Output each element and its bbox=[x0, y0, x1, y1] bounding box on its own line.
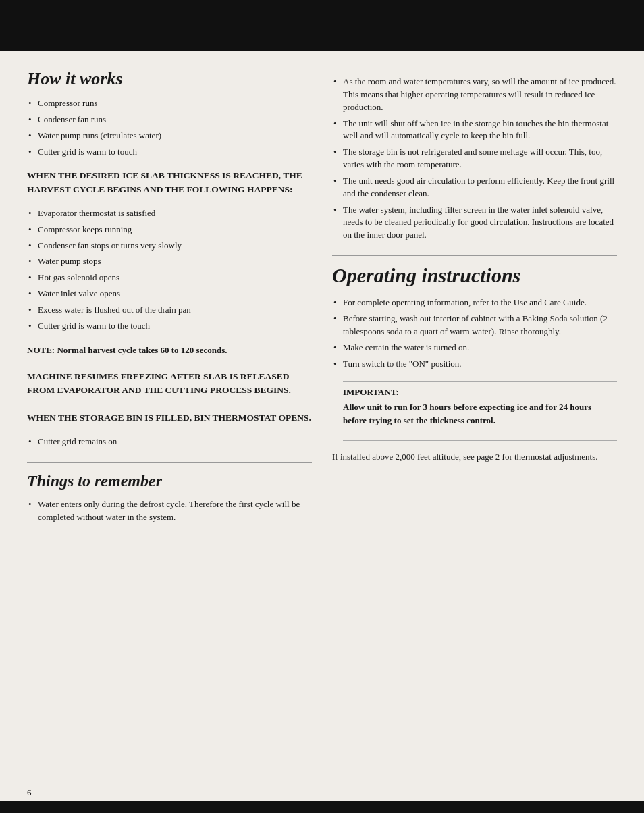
list-item: Cutter grid remains on bbox=[27, 436, 312, 448]
list-item: Excess water is flushed out of the drain… bbox=[27, 304, 312, 317]
content-area: How it works Compressor runs Condenser f… bbox=[0, 55, 644, 560]
important-box: IMPORTANT: Allow unit to run for 3 hours… bbox=[343, 381, 617, 441]
list-item: Water inlet valve opens bbox=[27, 288, 312, 300]
how-it-works-title: How it works bbox=[27, 69, 312, 89]
right-column: As the room and water temperatures vary,… bbox=[332, 69, 617, 533]
harvest-heading: WHEN THE DESIRED ICE SLAB THICKNESS IS R… bbox=[27, 169, 312, 196]
list-item: Evaporator thermostat is satisfied bbox=[27, 207, 312, 220]
bin-filled-heading: WHEN THE STORAGE BIN IS FILLED, BIN THER… bbox=[27, 411, 312, 425]
list-item: Water pump stops bbox=[27, 255, 312, 268]
list-item: Water enters only during the defrost cyc… bbox=[27, 498, 312, 524]
operating-title: Operating instructions bbox=[332, 264, 617, 287]
important-label: IMPORTANT: bbox=[343, 387, 617, 398]
harvest-list: Evaporator thermostat is satisfied Compr… bbox=[27, 207, 312, 333]
important-text: Allow unit to run for 3 hours before exp… bbox=[343, 400, 617, 427]
op-list: For complete operating information, refe… bbox=[332, 296, 617, 370]
right-divider bbox=[332, 255, 617, 256]
list-item: The storage bin is not refrigerated and … bbox=[332, 146, 617, 172]
list-item: Condenser fan runs bbox=[27, 113, 312, 126]
list-item: Turn switch to the "ON" position. bbox=[332, 358, 617, 371]
list-item: For complete operating information, refe… bbox=[332, 296, 617, 309]
list-item: The water system, including filter scree… bbox=[332, 204, 617, 242]
list-item: The unit needs good air circulation to p… bbox=[332, 175, 617, 201]
divider bbox=[27, 462, 312, 463]
list-item: The unit will shut off when ice in the s… bbox=[332, 117, 617, 143]
list-item: Cutter grid is warm to the touch bbox=[27, 320, 312, 333]
things-list: Water enters only during the defrost cyc… bbox=[27, 498, 312, 524]
left-column: How it works Compressor runs Condenser f… bbox=[27, 69, 312, 533]
page-number: 6 bbox=[27, 787, 32, 798]
note-text: NOTE: Normal harvest cycle takes 60 to 1… bbox=[27, 344, 312, 357]
bottom-bar bbox=[0, 801, 644, 813]
list-item: Water pump runs (circulates water) bbox=[27, 130, 312, 142]
resume-heading: MACHINE RESUMES FREEZING AFTER SLAB IS R… bbox=[27, 370, 312, 398]
list-item: As the room and water temperatures vary,… bbox=[332, 76, 617, 114]
list-item: Compressor keeps running bbox=[27, 224, 312, 236]
top-bar bbox=[0, 0, 644, 51]
list-item: Compressor runs bbox=[27, 97, 312, 110]
bin-filled-list: Cutter grid remains on bbox=[27, 436, 312, 448]
intro-list: Compressor runs Condenser fan runs Water… bbox=[27, 97, 312, 158]
list-item: Before starting, wash out interior of ca… bbox=[332, 313, 617, 338]
altitude-text: If installed above 2,000 feet altitude, … bbox=[332, 450, 617, 464]
list-item: Cutter grid is warm to touch bbox=[27, 146, 312, 159]
list-item: Make certain the water is turned on. bbox=[332, 342, 617, 355]
list-item: Hot gas solenoid opens bbox=[27, 271, 312, 284]
right-bullet-list-top: As the room and water temperatures vary,… bbox=[332, 76, 617, 242]
list-item: Condenser fan stops or turns very slowly bbox=[27, 240, 312, 253]
things-title: Things to remember bbox=[27, 471, 312, 492]
